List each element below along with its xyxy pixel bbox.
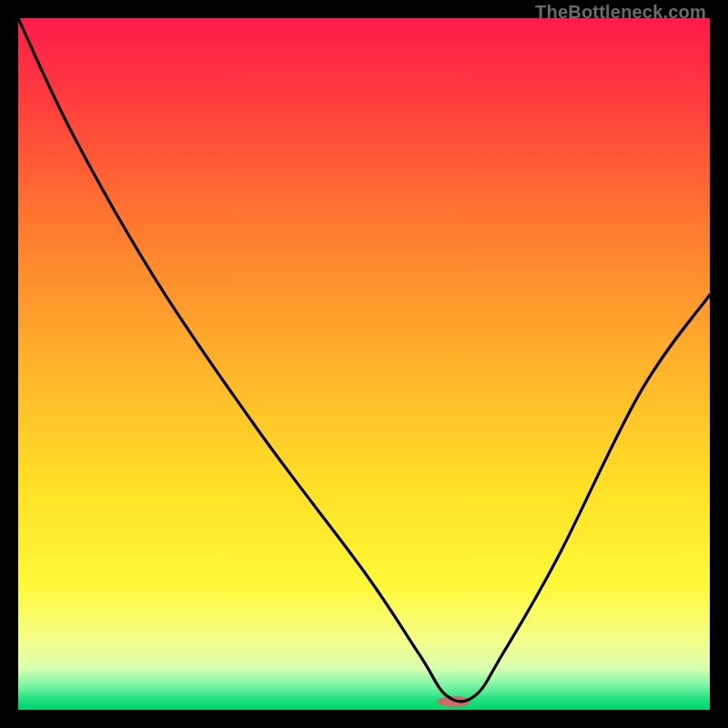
chart-frame: TheBottleneck.com xyxy=(0,0,728,728)
bottleneck-chart xyxy=(18,18,710,710)
gradient-background xyxy=(18,18,710,710)
plot-area xyxy=(18,18,710,710)
